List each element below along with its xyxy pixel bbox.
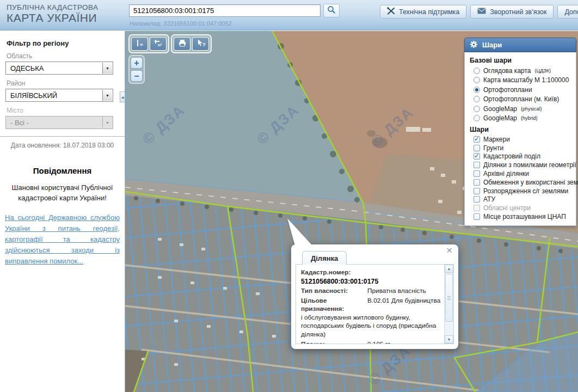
radio-icon[interactable] bbox=[474, 68, 480, 74]
search-button[interactable] bbox=[323, 4, 340, 17]
zoom-in-button[interactable]: + bbox=[131, 57, 143, 69]
identify-button[interactable]: ? bbox=[192, 37, 209, 51]
print-icon bbox=[177, 39, 187, 50]
popup-pointer bbox=[282, 215, 317, 247]
option-label: Ділянки з помилками геометрії bbox=[483, 161, 576, 169]
header-nav: Технічна підтримка Зворотний зв'язок Доп… bbox=[380, 5, 578, 19]
checkbox-icon[interactable] bbox=[474, 196, 480, 203]
tech-support-button[interactable]: Технічна підтримка bbox=[380, 5, 466, 19]
gear-icon bbox=[470, 40, 478, 50]
field-ownership-type: Тип власності:Приватна власність bbox=[301, 287, 442, 296]
chevron-down-icon[interactable] bbox=[102, 63, 112, 74]
checkbox-icon[interactable] bbox=[474, 145, 480, 151]
filter-title: Фільтр по регіону bbox=[7, 39, 125, 47]
feedback-label: Зворотний зв'язок bbox=[490, 8, 546, 16]
measure-toolbar: м м² bbox=[128, 34, 169, 53]
field-value: Приватна власність bbox=[367, 287, 426, 295]
field-designated-purpose: Цільове призначення:В.02.01 Для будівниц… bbox=[301, 297, 442, 339]
close-icon[interactable] bbox=[445, 247, 453, 255]
layer-cnap-locations[interactable]: Місце розташування ЦНАП bbox=[474, 212, 573, 221]
checkbox-disabled-icon bbox=[474, 205, 480, 211]
scrollbar-thumb[interactable] bbox=[445, 274, 453, 322]
city-label: Місто bbox=[7, 107, 125, 114]
base-layer-option-google-physical[interactable]: GoogleMap (physical) bbox=[474, 104, 573, 114]
option-label: Оглядова карта bbox=[483, 67, 531, 75]
layer-soils[interactable]: Грунти bbox=[474, 144, 573, 152]
feedback-button[interactable]: Зворотний зв'язок bbox=[470, 5, 554, 19]
help-button[interactable]: Допомога bbox=[557, 5, 578, 19]
option-label: Маркери bbox=[483, 136, 510, 143]
measure-length-button[interactable]: м bbox=[131, 37, 148, 51]
layers-panel-header[interactable]: Шари bbox=[464, 38, 576, 52]
scroll-down-icon[interactable] bbox=[445, 335, 453, 344]
layers-panel-title: Шари bbox=[482, 41, 502, 49]
zoom-out-button[interactable]: − bbox=[131, 70, 143, 82]
help-label: Допомога bbox=[564, 8, 578, 16]
base-layer-option-overview[interactable]: Оглядова карта (ЦДЗК) bbox=[474, 66, 573, 76]
layer-cadastral-division[interactable]: Кадастровий поділ bbox=[474, 152, 573, 161]
checkbox-icon[interactable] bbox=[474, 188, 480, 194]
field-label: Тип власності: bbox=[301, 287, 367, 296]
checkbox-checked-icon[interactable] bbox=[474, 136, 480, 143]
district-select[interactable]: БІЛЯЇВСЬКИЙ bbox=[5, 89, 113, 102]
layer-atu[interactable]: АТУ bbox=[474, 195, 573, 204]
app-header: ПУБЛІЧНА КАДАСТРОВА КАРТА УКРАЇНИ Наприк… bbox=[0, 0, 578, 30]
message-link[interactable]: На сьогодні Державною службою України з … bbox=[5, 212, 120, 267]
field-area: Площа:0.105 га bbox=[301, 340, 442, 344]
sidebar-divider bbox=[0, 136, 125, 137]
radio-icon[interactable] bbox=[474, 115, 480, 121]
checkbox-icon[interactable] bbox=[474, 213, 480, 220]
layer-agricultural-land[interactable]: Розпорядження с/г землями bbox=[474, 187, 573, 195]
option-label: АТУ bbox=[483, 195, 495, 203]
overlay-layers-title: Шари bbox=[470, 126, 573, 133]
map-canvas[interactable]: © ДЗА © ДЗА © ДЗА © ДЗА © ДЗА м м² ? bbox=[125, 31, 578, 392]
option-label: Розпорядження с/г землями bbox=[483, 187, 568, 195]
district-value: БІЛЯЇВСЬКИЙ bbox=[10, 91, 57, 100]
message-title: Повідомлення bbox=[0, 166, 125, 175]
scroll-up-icon[interactable] bbox=[445, 265, 453, 273]
layer-oblast-centers: Обласні центри bbox=[474, 204, 573, 212]
zoom-control: + − bbox=[128, 55, 145, 84]
city-value: - Всі - bbox=[10, 119, 29, 127]
base-layer-option-m100000[interactable]: Карта масштабу М 1:100000 bbox=[474, 76, 573, 85]
svg-text:м²: м² bbox=[158, 42, 162, 47]
search-hint: Наприклад: 3221655100:01:047:0052 bbox=[130, 20, 232, 27]
search-input[interactable] bbox=[129, 4, 321, 17]
checkbox-icon[interactable] bbox=[474, 162, 480, 168]
radio-selected-icon[interactable] bbox=[474, 87, 480, 93]
field-cadastral-number: Кадастр.номер:5121056800:03:001:0175 bbox=[301, 268, 442, 286]
popup-scrollbar[interactable] bbox=[444, 265, 453, 344]
popup-pane: Кадастр.номер:5121056800:03:001:0175 Тип… bbox=[296, 264, 454, 344]
chevron-down-icon bbox=[102, 117, 112, 128]
option-label: Обмеження у використанні земель bbox=[483, 179, 578, 186]
print-button[interactable] bbox=[174, 37, 190, 51]
layer-archived-parcels[interactable]: Архівні ділянки bbox=[474, 169, 573, 178]
tab-parcel[interactable]: Ділянка bbox=[302, 251, 347, 265]
radio-icon[interactable] bbox=[474, 77, 480, 83]
layer-land-use-restrictions[interactable]: Обмеження у використанні земель bbox=[474, 178, 573, 187]
field-label: Цільове призначення: bbox=[301, 297, 367, 314]
checkbox-icon[interactable] bbox=[474, 179, 480, 186]
option-label: Карта масштабу М 1:100000 bbox=[483, 76, 569, 84]
layers-panel-body: Базові шари Оглядова карта (ЦДЗК) Карта … bbox=[464, 52, 576, 226]
message-greeting: Шановні користувачі Публічної кадастрово… bbox=[9, 183, 115, 204]
option-label: GoogleMap bbox=[483, 114, 517, 122]
layer-geometry-errors[interactable]: Ділянки з помилками геометрії bbox=[474, 161, 573, 169]
base-layer-option-orthophoto-kyiv[interactable]: Ортофотоплани (м. Київ) bbox=[474, 95, 573, 105]
checkbox-icon[interactable] bbox=[474, 170, 480, 177]
layer-markers[interactable]: Маркери bbox=[474, 135, 573, 144]
radio-icon[interactable] bbox=[474, 106, 480, 112]
region-select[interactable]: ОДЕСЬКА bbox=[5, 62, 113, 75]
sidebar-collapse-button[interactable] bbox=[120, 91, 125, 102]
measure-area-button[interactable]: м² bbox=[150, 37, 167, 51]
district-label: Район bbox=[7, 79, 125, 87]
base-layer-option-orthophoto[interactable]: Ортофотоплани bbox=[474, 85, 573, 95]
layers-panel: Шари Базові шари Оглядова карта (ЦДЗК) К… bbox=[464, 38, 576, 226]
chevron-down-icon[interactable] bbox=[102, 90, 112, 101]
radio-icon[interactable] bbox=[474, 96, 480, 102]
field-label: Кадастр.номер: bbox=[301, 268, 367, 277]
checkbox-checked-icon[interactable] bbox=[474, 153, 480, 160]
option-label: Кадастровий поділ bbox=[483, 152, 540, 160]
base-layer-option-google-hybrid[interactable]: GoogleMap (hybrid) bbox=[474, 114, 573, 124]
field-label: Площа: bbox=[301, 340, 367, 344]
